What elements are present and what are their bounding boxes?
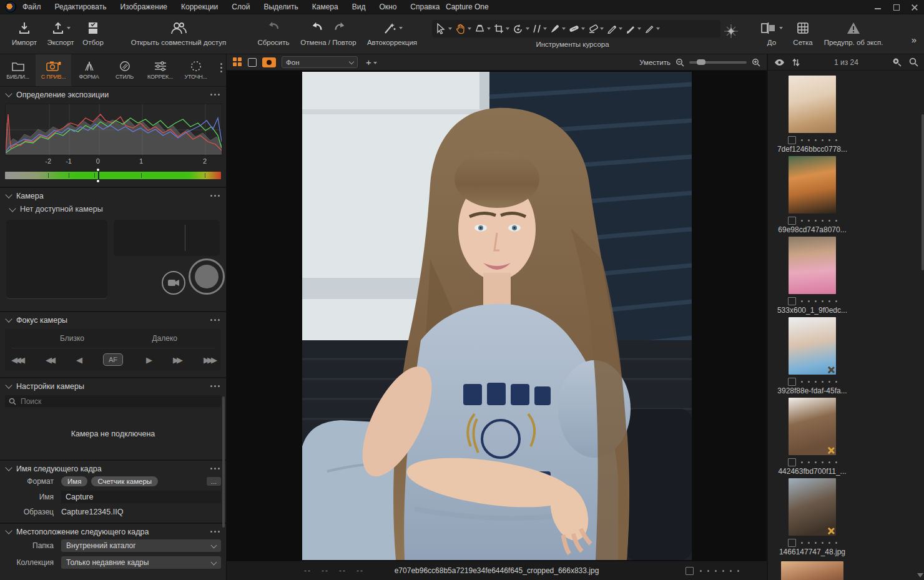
thumb-checkbox[interactable] [788, 539, 796, 547]
thumbnail-image[interactable] [789, 317, 836, 375]
focus-near-medium-button[interactable]: ◀◀ [46, 355, 53, 365]
tab-adjustments[interactable]: КОРРЕК... [142, 54, 178, 86]
focus-far-large-button[interactable]: ▶▶▶ [204, 355, 215, 365]
video-capture-button[interactable] [162, 271, 185, 295]
menu-select[interactable]: Выделить [263, 2, 298, 11]
maximize-icon[interactable] [893, 4, 900, 11]
import-button[interactable]: Импорт [7, 19, 41, 46]
rating-dots[interactable] [700, 570, 739, 572]
settings-search-field[interactable] [5, 395, 221, 407]
exposure-warning-button[interactable]: Предупр. об эксп. [819, 19, 888, 46]
spot-brush-tool[interactable] [550, 24, 566, 34]
rating-dots[interactable] [801, 300, 837, 302]
panel-menu-icon[interactable] [210, 94, 220, 96]
fit-label[interactable]: Уместить [639, 59, 671, 66]
tab-style[interactable]: СТИЛЬ [107, 54, 142, 86]
share-button[interactable]: Открыть совместный доступ [125, 19, 232, 46]
panel-menu-icon[interactable] [210, 385, 220, 387]
rating-dots[interactable] [801, 220, 837, 222]
focus-far-small-button[interactable]: ▶ [146, 355, 150, 365]
redo-icon[interactable] [333, 21, 346, 35]
menu-image[interactable]: Изображение [120, 2, 167, 11]
rating-dots[interactable] [801, 461, 837, 463]
heal-bandage-tool[interactable] [569, 24, 585, 34]
exposure-meter[interactable] [5, 172, 221, 180]
zoom-slider[interactable] [689, 61, 747, 64]
browser-search-icon[interactable] [909, 57, 918, 67]
panel-header[interactable]: Фокус камеры [0, 312, 226, 328]
token-name[interactable]: Имя [61, 476, 87, 486]
rotate-tool[interactable] [513, 24, 529, 34]
autocorrect-button[interactable]: Автокоррекция [361, 19, 423, 46]
pen-tool[interactable] [644, 24, 660, 34]
reset-button[interactable]: Сбросить [253, 19, 293, 46]
panel-header[interactable]: Настройки камеры [0, 378, 226, 394]
thumbnail-image[interactable] [789, 76, 836, 133]
menu-help[interactable]: Справка [410, 2, 440, 11]
token-camera-counter[interactable]: Счетчик камеры [91, 476, 158, 486]
panel-menu-icon[interactable] [210, 195, 220, 197]
select-checkbox[interactable] [686, 567, 694, 575]
menu-layer[interactable]: Слой [232, 2, 250, 11]
focus-near-small-button[interactable]: ◀ [76, 355, 80, 365]
panel-header[interactable]: Местоположение следующего кадра [0, 524, 226, 539]
grid-button[interactable]: Сетка [789, 19, 817, 46]
live-view-icon[interactable] [262, 57, 276, 67]
collection-select[interactable]: Только недавние кадры [61, 556, 221, 569]
fill-mask-tool[interactable] [626, 24, 641, 34]
tab-overflow-icon[interactable] [220, 63, 222, 72]
close-icon[interactable] [911, 4, 918, 11]
left-panel-scrollbar[interactable] [222, 396, 225, 528]
thumbnail-cell[interactable]: 69e98cd747a8070... [775, 155, 849, 235]
zoom-slider-knob[interactable] [697, 59, 705, 65]
export-button[interactable]: Экспорт [42, 19, 79, 46]
tab-refine[interactable]: УТОЧН... [178, 54, 214, 86]
tab-library[interactable]: БИБЛИ... [0, 54, 36, 86]
crop-tool[interactable] [494, 24, 509, 34]
thumb-checkbox[interactable] [788, 378, 796, 386]
sort-icon[interactable] [792, 58, 800, 67]
thumbnail-image[interactable] [781, 561, 843, 580]
thumb-size-icon[interactable] [892, 57, 902, 67]
before-after-button[interactable]: До [754, 19, 789, 46]
folder-select[interactable]: Внутренний каталог [61, 539, 221, 552]
thumbnail-cell[interactable]: 1561109415_1.jpg [775, 558, 849, 580]
thumb-checkbox[interactable] [788, 458, 796, 466]
single-view-icon[interactable] [248, 58, 257, 67]
rating-dots[interactable] [801, 139, 837, 141]
thumbnail-cell[interactable]: 3928f88e-fdaf-45fa... [775, 316, 849, 396]
rating-dots[interactable] [801, 542, 837, 544]
thumbnail-image[interactable] [789, 237, 836, 294]
rating-dots[interactable] [801, 381, 837, 383]
straighten-tool[interactable] [533, 24, 547, 34]
shutter-button[interactable] [189, 258, 225, 295]
zoom-out-icon[interactable] [676, 58, 684, 67]
thumb-checkbox[interactable] [788, 136, 796, 144]
menu-camera[interactable]: Камера [312, 2, 338, 11]
draw-mask-tool[interactable] [607, 24, 622, 34]
menu-view[interactable]: Вид [352, 2, 366, 11]
thumbnail-cell[interactable]: 7def1246bbcc0778... [775, 74, 849, 154]
multi-view-icon[interactable] [233, 57, 242, 67]
menu-adjustments[interactable]: Коррекции [181, 2, 218, 11]
panel-header[interactable]: Камера [0, 188, 226, 204]
thumb-checkbox[interactable] [788, 297, 796, 305]
undo-icon[interactable] [310, 21, 324, 35]
focus-far-medium-button[interactable]: ▶▶ [173, 355, 180, 365]
menu-window[interactable]: Окно [379, 2, 396, 11]
thumbnail-cell[interactable]: 533x600_1_9f0edc... [775, 235, 849, 315]
format-more-button[interactable]: ... [207, 477, 221, 486]
add-viewer-button[interactable]: + [366, 57, 377, 67]
scroll-down-arrow-icon[interactable] [917, 573, 923, 578]
panel-menu-icon[interactable] [210, 531, 220, 533]
pan-hand-tool[interactable] [455, 23, 471, 34]
menu-file[interactable]: Файл [22, 2, 41, 11]
background-select[interactable]: Фон [282, 56, 358, 68]
search-input[interactable] [19, 396, 203, 406]
thumbnail-image[interactable] [789, 156, 836, 214]
thumbnail-cell[interactable]: 1466147747_48.jpg [775, 477, 849, 557]
focus-near-large-button[interactable]: ◀◀◀ [11, 355, 22, 365]
tab-shape[interactable]: ФОРМА [71, 54, 107, 86]
minimize-icon[interactable] [875, 4, 882, 11]
autofocus-button[interactable]: AF [103, 353, 123, 366]
